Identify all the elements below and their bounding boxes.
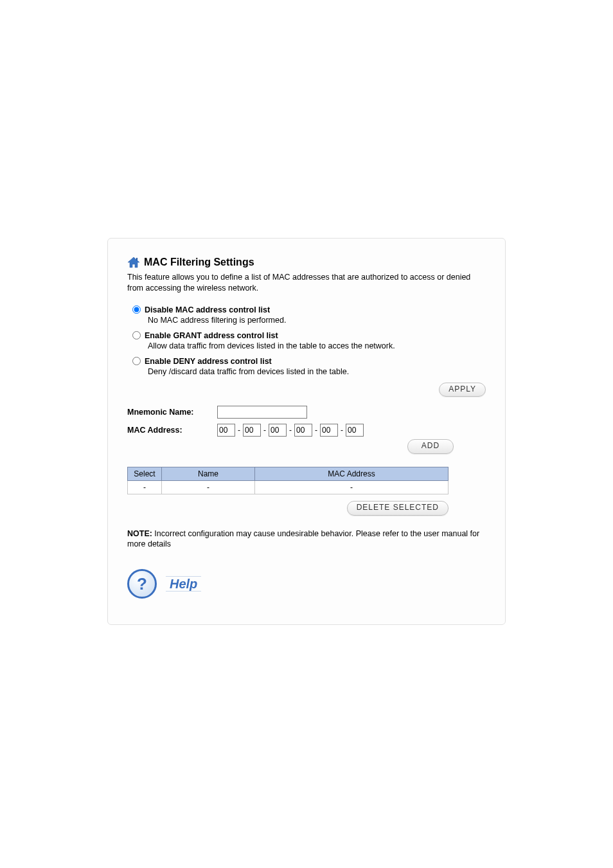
- add-row: ADD: [127, 439, 486, 454]
- col-head-select: Select: [128, 467, 162, 480]
- radio-grant-desc: Allow data traffic from devices listed i…: [148, 341, 486, 350]
- mac-dash: -: [315, 426, 317, 435]
- mac-seg-4[interactable]: [294, 424, 312, 437]
- title-row: MAC Filtering Settings: [127, 257, 486, 268]
- radio-deny[interactable]: [132, 357, 141, 365]
- radio-option-disable: Disable MAC address control list No MAC …: [132, 305, 486, 325]
- mac-seg-3[interactable]: [269, 424, 287, 437]
- radio-grant-label: Enable GRANT address control list: [145, 331, 278, 340]
- mac-label: MAC Address:: [127, 426, 217, 435]
- radio-deny-desc: Deny /discard data traffic from devices …: [148, 367, 486, 376]
- mac-seg-1[interactable]: [217, 424, 235, 437]
- mac-dash: -: [341, 426, 343, 435]
- mac-seg-5[interactable]: [320, 424, 338, 437]
- question-mark-icon: ?: [137, 575, 147, 592]
- mac-dash: -: [238, 426, 240, 435]
- apply-row: APPLY: [127, 383, 486, 397]
- apply-button[interactable]: APPLY: [439, 383, 486, 397]
- mac-dash: -: [263, 426, 266, 435]
- note-text: NOTE: Incorrect configuration may cause …: [127, 529, 486, 550]
- mac-seg-6[interactable]: [346, 424, 364, 437]
- entry-form: Mnemonic Name: MAC Address: - - - - -: [127, 406, 486, 437]
- help-icon: ?: [127, 569, 157, 599]
- cell-select: -: [128, 480, 162, 494]
- help-label: Help: [166, 576, 201, 592]
- mac-seg-2[interactable]: [243, 424, 261, 437]
- delete-selected-button[interactable]: DELETE SELECTED: [347, 501, 449, 516]
- help-link[interactable]: ? Help: [127, 569, 486, 599]
- radio-disable[interactable]: [132, 305, 141, 314]
- table-row: - - -: [128, 480, 449, 494]
- radio-grant[interactable]: [132, 331, 141, 339]
- radio-option-deny: Enable DENY address control list Deny /d…: [132, 357, 486, 376]
- add-button[interactable]: ADD: [407, 439, 454, 454]
- mac-table: Select Name MAC Address - - -: [127, 467, 449, 494]
- radio-disable-label: Disable MAC address control list: [145, 305, 270, 314]
- mac-dash: -: [289, 426, 292, 435]
- col-head-mac: MAC Address: [255, 467, 449, 480]
- delete-row: DELETE SELECTED: [127, 501, 449, 516]
- radio-option-grant: Enable GRANT address control list Allow …: [132, 331, 486, 350]
- radio-deny-label: Enable DENY address control list: [145, 357, 272, 366]
- mnemonic-input[interactable]: [217, 406, 307, 419]
- cell-mac: -: [255, 480, 449, 494]
- settings-panel: MAC Filtering Settings This feature allo…: [107, 238, 506, 625]
- note-label: NOTE:: [127, 529, 152, 538]
- page-title: MAC Filtering Settings: [144, 257, 254, 268]
- svg-marker-0: [128, 257, 139, 267]
- intro-text: This feature allows you to define a list…: [127, 272, 486, 294]
- mnemonic-label: Mnemonic Name:: [127, 408, 217, 417]
- col-head-name: Name: [162, 467, 255, 480]
- cell-name: -: [162, 480, 255, 494]
- note-body: Incorrect configuration may cause undesi…: [127, 529, 479, 549]
- radio-disable-desc: No MAC address filtering is performed.: [148, 316, 486, 325]
- svg-rect-1: [136, 258, 138, 260]
- mac-input-row: - - - - -: [217, 424, 486, 437]
- mode-radio-group: Disable MAC address control list No MAC …: [132, 305, 486, 376]
- home-icon: [127, 257, 140, 268]
